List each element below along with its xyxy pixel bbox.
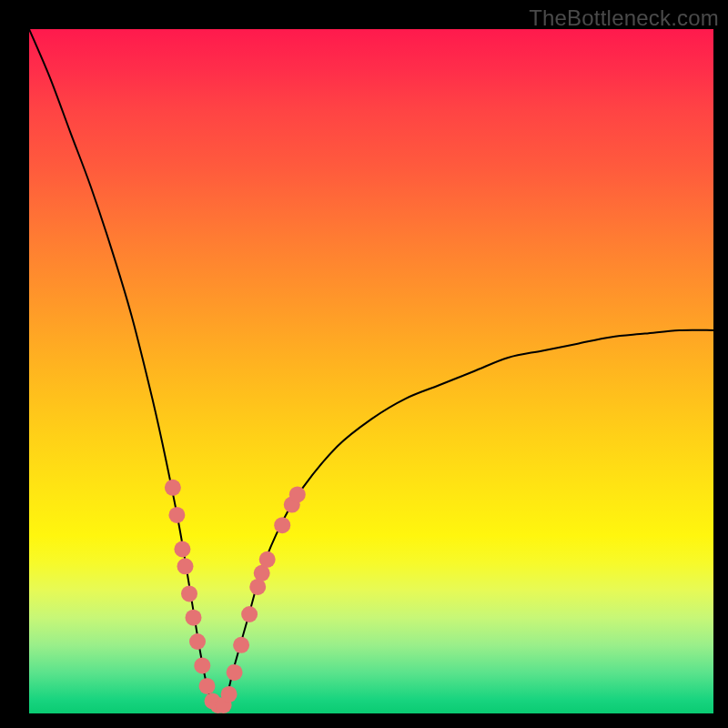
chart-frame: TheBottleneck.com bbox=[0, 0, 728, 728]
curve-marker bbox=[274, 517, 290, 533]
curve-marker bbox=[186, 610, 202, 626]
curve-marker bbox=[168, 507, 185, 523]
curve-marker bbox=[165, 480, 181, 496]
curve-marker bbox=[241, 606, 258, 622]
curve-marker bbox=[233, 637, 249, 653]
curve-marker bbox=[189, 633, 206, 650]
curve-marker bbox=[174, 541, 190, 558]
bottleneck-curve-path bbox=[29, 29, 713, 709]
bottleneck-curve-svg bbox=[29, 29, 713, 713]
marker-group bbox=[165, 480, 306, 713]
curve-marker bbox=[221, 686, 238, 703]
curve-marker bbox=[199, 678, 216, 694]
curve-marker bbox=[177, 558, 194, 574]
curve-marker bbox=[181, 585, 197, 602]
curve-marker bbox=[289, 486, 306, 502]
watermark-text: TheBottleneck.com bbox=[529, 5, 719, 31]
plot-area bbox=[29, 29, 713, 713]
curve-marker bbox=[227, 664, 243, 681]
curve-marker bbox=[259, 551, 276, 568]
curve-marker bbox=[194, 657, 210, 673]
